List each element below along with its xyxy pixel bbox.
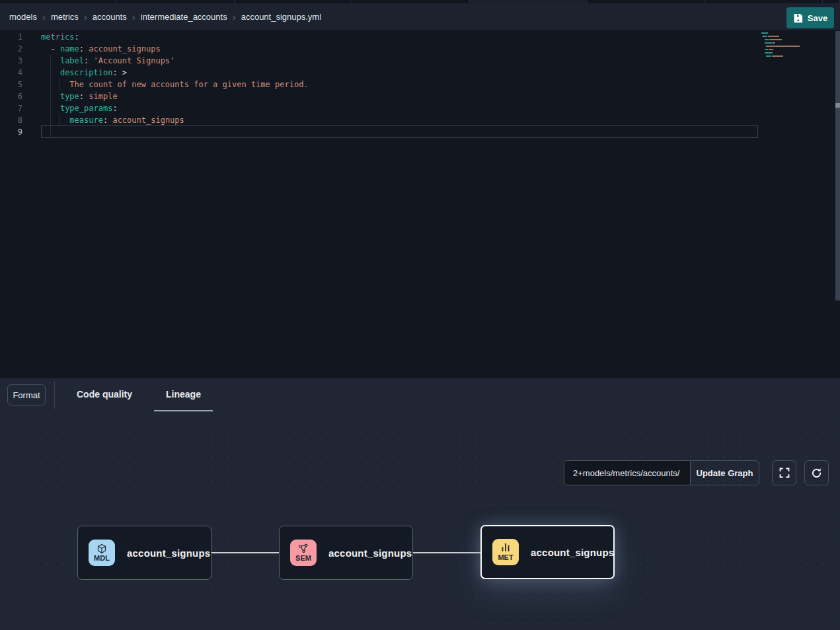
breadcrumb-item[interactable]: accounts — [93, 12, 127, 22]
tabs-divider — [54, 381, 55, 409]
node-type-badge: SEM — [290, 540, 317, 566]
line-number: 4 — [0, 67, 22, 79]
minimap-line — [761, 36, 801, 37]
minimap-line — [761, 49, 801, 50]
lineage-node-metric[interactable]: METaccount_signups — [480, 525, 615, 579]
node-type-label: MDL — [94, 555, 110, 562]
refresh-button[interactable] — [804, 460, 829, 485]
node-type-badge: MDL — [89, 540, 115, 566]
save-button-label: Save — [808, 13, 827, 23]
code-line: 5 The count of new accounts for a given … — [0, 79, 840, 90]
cube-icon — [96, 543, 107, 554]
panel-tabs-row: Format Code quality Lineage — [0, 378, 840, 411]
breadcrumb-item[interactable]: account_signups.yml — [241, 12, 321, 22]
node-type-label: SEM — [295, 555, 311, 562]
code-line: 7 type_params: — [0, 102, 840, 114]
refresh-icon — [811, 468, 822, 479]
update-graph-button[interactable]: Update Graph — [690, 461, 759, 485]
format-button[interactable]: Format — [7, 384, 46, 405]
minimap-line — [761, 46, 801, 47]
line-number: 2 — [0, 43, 22, 55]
lineage-selector-input[interactable] — [564, 461, 690, 485]
line-number: 7 — [0, 102, 22, 114]
line-number: 3 — [0, 55, 22, 67]
lineage-node-semantic-model[interactable]: SEMaccount_signups — [279, 526, 413, 580]
line-number: 1 — [0, 31, 22, 43]
node-label: account_signups — [127, 547, 210, 559]
save-button[interactable]: Save — [786, 7, 834, 28]
tab-lineage[interactable]: Lineage — [154, 378, 213, 411]
metric-icon — [500, 543, 511, 553]
editor-scrollbar[interactable] — [835, 31, 840, 300]
floppy-disk-icon — [793, 13, 803, 23]
breadcrumb-chevron-icon: › — [132, 12, 135, 22]
lineage-selector-group: Update Graph — [564, 460, 759, 485]
bottom-panel: Format Code quality Lineage Update Graph — [0, 378, 840, 630]
tab-code-quality[interactable]: Code quality — [65, 378, 144, 411]
minimap-line — [761, 32, 801, 34]
breadcrumb-bar: models›metrics›accounts›intermediate_acc… — [0, 3, 840, 31]
code-line: 6 type: simple — [0, 90, 840, 102]
code-line: 8 measure: account_signups — [0, 114, 840, 126]
code-editor[interactable]: 1metrics:2 - name: account_signups3 labe… — [0, 31, 840, 378]
line-number: 6 — [0, 90, 22, 102]
lineage-controls: Update Graph — [564, 460, 829, 485]
breadcrumb-item[interactable]: models — [9, 12, 37, 22]
minimap-line — [761, 55, 801, 57]
node-type-badge: MET — [492, 539, 519, 565]
breadcrumb-item[interactable]: intermediate_accounts — [141, 12, 227, 22]
node-label: account_signups — [328, 547, 412, 559]
fullscreen-icon — [779, 468, 790, 478]
code-line: 1metrics: — [0, 31, 840, 43]
minimap-line — [761, 39, 801, 40]
code-line: 9 — [0, 126, 840, 138]
code-line: 4 description: > — [0, 67, 840, 79]
lineage-edge — [211, 552, 279, 553]
lineage-node-model[interactable]: MDLaccount_signups — [77, 526, 211, 580]
code-line: 3 label: 'Account Signups' — [0, 55, 840, 67]
line-number: 9 — [0, 126, 22, 138]
node-label: account_signups — [531, 547, 614, 558]
code-line: 2 - name: account_signups — [0, 43, 840, 55]
code-lines: 1metrics:2 - name: account_signups3 labe… — [0, 31, 840, 138]
breadcrumb-chevron-icon: › — [233, 12, 236, 22]
minimap-line — [761, 52, 801, 53]
line-number: 5 — [0, 79, 22, 90]
breadcrumb-chevron-icon: › — [42, 12, 46, 22]
line-number: 8 — [0, 114, 22, 126]
node-type-label: MET — [498, 554, 513, 561]
editor-scrollbar-thumb[interactable] — [835, 103, 840, 108]
breadcrumb-chevron-icon: › — [84, 12, 87, 22]
breadcrumb: models›metrics›accounts›intermediate_acc… — [9, 12, 321, 22]
fullscreen-button[interactable] — [772, 460, 796, 485]
lineage-edge — [413, 552, 480, 553]
minimap[interactable] — [761, 32, 801, 59]
lineage-canvas[interactable]: Update Graph MDLaccount_signupsS — [0, 411, 840, 630]
breadcrumb-item[interactable]: metrics — [51, 12, 79, 22]
semantic-model-icon — [298, 543, 309, 554]
minimap-line — [761, 42, 801, 44]
